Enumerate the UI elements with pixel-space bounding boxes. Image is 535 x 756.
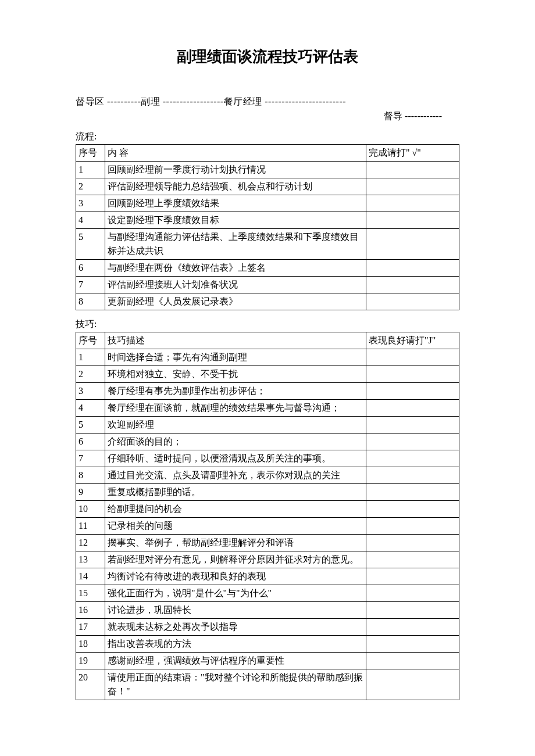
table-row: 10给副理提问的机会: [76, 501, 459, 518]
cell-check[interactable]: [366, 366, 459, 383]
cell-content: 摆事实、举例子，帮助副经理理解评分和评语: [105, 535, 366, 551]
cell-check[interactable]: [366, 212, 459, 229]
cell-check[interactable]: [366, 653, 459, 669]
cell-content: 就表现未达标之处再次予以指导: [105, 619, 366, 636]
table-row: 1回顾副经理前一季度行动计划执行情况: [76, 162, 459, 178]
table-row: 16讨论进步，巩固特长: [76, 602, 459, 619]
cell-seq: 4: [76, 400, 105, 417]
cell-seq: 1: [76, 162, 105, 178]
cell-seq: 9: [76, 484, 105, 501]
cell-seq: 7: [76, 450, 105, 467]
table-row: 7评估副经理接班人计划准备状况: [76, 277, 459, 293]
cell-check[interactable]: [366, 636, 459, 653]
cell-check[interactable]: [366, 669, 459, 700]
cell-seq: 18: [76, 636, 105, 653]
cell-check[interactable]: [366, 585, 459, 602]
cell-check[interactable]: [366, 293, 459, 310]
cell-content: 重复或概括副理的话。: [105, 484, 366, 501]
cell-content: 时间选择合适；事先有沟通到副理: [105, 349, 366, 366]
cell-seq: 17: [76, 619, 105, 636]
skills-table: 序号 技巧描述 表现良好请打"J" 1时间选择合适；事先有沟通到副理2环境相对独…: [76, 332, 459, 700]
cell-seq: 4: [76, 212, 105, 229]
cell-content: 更新副经理《人员发展记录表》: [105, 293, 366, 310]
cell-seq: 3: [76, 383, 105, 400]
cell-content: 设定副经理下季度绩效目标: [105, 212, 366, 229]
cell-check[interactable]: [366, 484, 459, 501]
table-row: 5欢迎副经理: [76, 417, 459, 433]
header-content: 内 容: [105, 145, 366, 162]
cell-check[interactable]: [366, 178, 459, 195]
cell-check[interactable]: [366, 400, 459, 417]
cell-check[interactable]: [366, 619, 459, 636]
cell-content: 强化正面行为，说明"是什么"与"为什么": [105, 585, 366, 602]
cell-content: 感谢副经理，强调绩效与评估程序的重要性: [105, 653, 366, 669]
cell-check[interactable]: [366, 568, 459, 585]
cell-seq: 2: [76, 366, 105, 383]
table-row: 6介绍面谈的目的；: [76, 433, 459, 450]
table-row: 11记录相关的问题: [76, 518, 459, 535]
section-1-label: 流程:: [76, 131, 459, 143]
cell-content: 记录相关的问题: [105, 518, 366, 535]
cell-seq: 14: [76, 568, 105, 585]
cell-check[interactable]: [366, 501, 459, 518]
table-header-row: 序号 技巧描述 表现良好请打"J": [76, 332, 459, 349]
table-row: 7仔细聆听、适时提问，以便澄清观点及所关注的事项。: [76, 450, 459, 467]
cell-seq: 19: [76, 653, 105, 669]
cell-check[interactable]: [366, 433, 459, 450]
header-line-1: 督导区 ----------副理 ------------------餐厅经理 …: [76, 96, 459, 108]
cell-check[interactable]: [366, 535, 459, 551]
cell-seq: 12: [76, 535, 105, 551]
cell-content: 评估副经理接班人计划准备状况: [105, 277, 366, 293]
cell-content: 讨论进步，巩固特长: [105, 602, 366, 619]
cell-check[interactable]: [366, 162, 459, 178]
cell-seq: 20: [76, 669, 105, 700]
table-row: 4餐厅经理在面谈前，就副理的绩效结果事先与督导沟通；: [76, 400, 459, 417]
cell-check[interactable]: [366, 450, 459, 467]
header-content: 技巧描述: [105, 332, 366, 349]
cell-check[interactable]: [366, 349, 459, 366]
header-seq: 序号: [76, 332, 105, 349]
cell-content: 通过目光交流、点头及请副理补充，表示你对观点的关注: [105, 467, 366, 484]
cell-seq: 6: [76, 433, 105, 450]
cell-check[interactable]: [366, 229, 459, 260]
cell-check[interactable]: [366, 417, 459, 433]
table-row: 20请使用正面的结束语："我对整个讨论和所能提供的帮助感到振奋！": [76, 669, 459, 700]
process-table: 序号 内 容 完成请打" √" 1回顾副经理前一季度行动计划执行情况2评估副经理…: [76, 144, 459, 310]
cell-seq: 6: [76, 260, 105, 277]
table-row: 15强化正面行为，说明"是什么"与"为什么": [76, 585, 459, 602]
header-seq: 序号: [76, 145, 105, 162]
cell-content: 介绍面谈的目的；: [105, 433, 366, 450]
section-2-label: 技巧:: [76, 318, 459, 331]
cell-seq: 8: [76, 293, 105, 310]
cell-check[interactable]: [366, 467, 459, 484]
table-row: 13若副经理对评分有意见，则解释评分原因并征求对方的意见。: [76, 551, 459, 568]
cell-seq: 11: [76, 518, 105, 535]
table-row: 19感谢副经理，强调绩效与评估程序的重要性: [76, 653, 459, 669]
table-row: 3回顾副经理上季度绩效结果: [76, 195, 459, 212]
table-row: 18指出改善表现的方法: [76, 636, 459, 653]
cell-check[interactable]: [366, 383, 459, 400]
cell-check[interactable]: [366, 551, 459, 568]
table-row: 2评估副经理领导能力总结强项、机会点和行动计划: [76, 178, 459, 195]
cell-seq: 5: [76, 229, 105, 260]
cell-content: 若副经理对评分有意见，则解释评分原因并征求对方的意见。: [105, 551, 366, 568]
header-check: 完成请打" √": [366, 145, 459, 162]
cell-seq: 8: [76, 467, 105, 484]
cell-check[interactable]: [366, 195, 459, 212]
cell-seq: 3: [76, 195, 105, 212]
cell-check[interactable]: [366, 260, 459, 277]
cell-seq: 1: [76, 349, 105, 366]
cell-content: 均衡讨论有待改进的表现和良好的表现: [105, 568, 366, 585]
cell-seq: 2: [76, 178, 105, 195]
table-row: 8通过目光交流、点头及请副理补充，表示你对观点的关注: [76, 467, 459, 484]
table-row: 17就表现未达标之处再次予以指导: [76, 619, 459, 636]
cell-content: 指出改善表现的方法: [105, 636, 366, 653]
cell-content: 餐厅经理有事先为副理作出初步评估；: [105, 383, 366, 400]
cell-check[interactable]: [366, 602, 459, 619]
cell-check[interactable]: [366, 277, 459, 293]
table-row: 3餐厅经理有事先为副理作出初步评估；: [76, 383, 459, 400]
cell-content: 餐厅经理在面谈前，就副理的绩效结果事先与督导沟通；: [105, 400, 366, 417]
cell-content: 回顾副经理上季度绩效结果: [105, 195, 366, 212]
cell-seq: 10: [76, 501, 105, 518]
cell-check[interactable]: [366, 518, 459, 535]
